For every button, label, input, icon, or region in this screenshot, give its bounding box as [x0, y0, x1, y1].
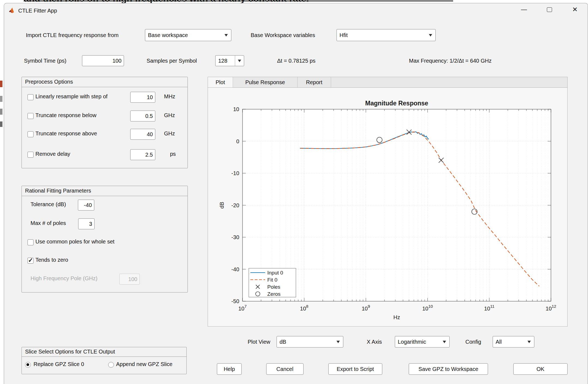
import-source-label: Import CTLE frequency response from — [26, 29, 119, 41]
tab-pulse-response[interactable]: Pulse Response — [233, 77, 298, 87]
workspace-variable-dropdown[interactable]: Hfit — [337, 29, 436, 41]
chevron-down-icon — [443, 341, 446, 343]
remove-delay-input[interactable] — [130, 149, 155, 160]
symbol-time-input[interactable] — [82, 55, 124, 66]
resample-unit-label: MHz — [164, 93, 175, 100]
truncate-below-label: Truncate response below — [35, 112, 96, 118]
svg-text:-30: -30 — [231, 234, 239, 240]
window-title: CTLE Fitter App — [18, 8, 57, 14]
x-axis-dropdown[interactable]: Logarithmic — [395, 336, 450, 348]
tolerance-input[interactable] — [78, 200, 94, 211]
hf-pole-input — [119, 274, 140, 285]
tends-to-zero-checkbox[interactable] — [28, 258, 34, 264]
rational-fitting-panel: Rational Fitting Parameters Tolerance (d… — [22, 186, 188, 292]
cancel-button[interactable]: Cancel — [266, 363, 304, 375]
svg-text:-40: -40 — [231, 266, 239, 272]
truncate-below-input[interactable] — [130, 111, 155, 121]
truncate-above-checkbox[interactable] — [28, 131, 34, 137]
max-poles-input[interactable] — [78, 218, 95, 229]
truncate-above-label: Truncate response above — [35, 130, 97, 137]
dropdown-arrow-zone[interactable] — [235, 56, 244, 66]
tab-plot[interactable]: Plot — [208, 77, 233, 87]
truncate-below-unit-label: GHz — [164, 112, 175, 118]
x-axis-label: X Axis — [367, 336, 382, 348]
config-dropdown[interactable]: All — [493, 336, 534, 348]
tolerance-label: Tolerance (dB) — [31, 201, 66, 208]
common-poles-label: Use common poles for whole set — [35, 239, 114, 245]
svg-text:Fit 0: Fit 0 — [267, 277, 277, 283]
samples-per-symbol-dropdown[interactable]: 128 — [215, 55, 244, 66]
preprocess-options-title: Preprocess Options — [22, 77, 187, 87]
chevron-down-icon — [225, 34, 228, 36]
svg-text:10: 10 — [233, 106, 239, 112]
svg-text:Input 0: Input 0 — [267, 270, 283, 276]
samples-per-symbol-value: 128 — [218, 58, 227, 64]
slice-select-panel: Slice Select Options for CTLE Output Rep… — [22, 347, 187, 374]
append-gpz-radio[interactable] — [108, 362, 114, 368]
ctle-fitter-app-window: CTLE Fitter App — ✕ Import CTLE frequenc… — [4, 3, 588, 384]
replace-gpz-label: Replace GPZ Slice 0 — [34, 361, 84, 367]
export-to-script-button[interactable]: Export to Script — [328, 363, 382, 375]
workspace-variables-label: Base Workspace variables — [251, 29, 315, 41]
svg-text:108: 108 — [300, 304, 308, 312]
screen: and then rolls off to high frequencies w… — [0, 0, 588, 384]
plot-view-value: dB — [280, 339, 286, 345]
max-frequency-readout: Max Frequency: 1/2/Δt = 640 GHz — [409, 55, 492, 66]
delta-t-readout: Δt = 0.78125 ps — [277, 55, 316, 66]
svg-text:1010: 1010 — [422, 304, 433, 312]
plot-tab-bar: Plot Pulse Response Report — [208, 77, 568, 88]
resample-step-input[interactable] — [130, 92, 155, 103]
hf-pole-label: High Frequency Pole (GHz) — [31, 275, 98, 282]
close-button[interactable]: ✕ — [566, 3, 584, 16]
svg-text:1011: 1011 — [484, 304, 495, 312]
svg-text:0: 0 — [236, 138, 239, 144]
remove-delay-unit-label: ps — [170, 151, 176, 157]
chevron-down-icon — [528, 341, 531, 343]
svg-text:dB: dB — [219, 202, 225, 208]
plot-view-dropdown[interactable]: dB — [277, 336, 343, 348]
svg-text:Hz: Hz — [393, 314, 400, 320]
remove-delay-checkbox[interactable] — [28, 152, 34, 158]
common-poles-checkbox[interactable] — [28, 239, 34, 245]
import-source-dropdown[interactable]: Base workspace — [145, 29, 231, 41]
chevron-down-icon — [238, 60, 241, 62]
svg-text:107: 107 — [238, 304, 247, 312]
minimize-button[interactable]: — — [515, 3, 533, 16]
import-source-value: Base workspace — [148, 32, 188, 38]
title-bar: CTLE Fitter App — ✕ — [4, 3, 588, 17]
ok-button[interactable]: OK — [513, 363, 568, 375]
background-icon-fragment — [0, 81, 2, 87]
rational-fitting-title: Rational Fitting Parameters — [22, 186, 187, 196]
truncate-above-input[interactable] — [130, 129, 155, 140]
svg-text:Poles: Poles — [267, 284, 280, 290]
resample-checkbox[interactable] — [28, 94, 34, 100]
chevron-down-icon — [429, 34, 432, 36]
plot-view-label: Plot View — [248, 336, 270, 348]
svg-text:109: 109 — [362, 304, 370, 312]
magnitude-response-chart: Magnitude Response100-10-20-30-40-501071… — [208, 88, 567, 326]
svg-text:Magnitude Response: Magnitude Response — [365, 100, 428, 107]
replace-gpz-radio[interactable] — [25, 362, 31, 368]
append-gpz-label: Append new GPZ Slice — [116, 361, 172, 367]
svg-text:1012: 1012 — [546, 304, 556, 312]
max-poles-label: Max # of poles — [31, 220, 66, 226]
tab-report[interactable]: Report — [298, 77, 331, 87]
x-axis-value: Logarithmic — [398, 339, 426, 345]
truncate-above-unit-label: GHz — [164, 130, 175, 137]
symbol-time-label: Symbol Time (ps) — [24, 55, 66, 66]
background-icon-fragment — [0, 121, 2, 127]
preprocess-options-panel: Preprocess Options Linearly resample wit… — [22, 77, 188, 168]
maximize-icon — [547, 7, 552, 12]
truncate-below-checkbox[interactable] — [28, 113, 34, 119]
save-gpz-button[interactable]: Save GPZ to Workspace — [409, 363, 488, 375]
background-strike-line — [24, 1, 453, 1]
remove-delay-label: Remove delay — [35, 151, 70, 157]
maximize-button[interactable] — [540, 3, 559, 16]
plot-panel: Magnitude Response100-10-20-30-40-501071… — [208, 87, 568, 327]
svg-text:-20: -20 — [231, 202, 239, 208]
help-button[interactable]: Help — [217, 363, 242, 375]
samples-per-symbol-label: Samples per Symbol — [147, 55, 197, 66]
svg-text:-50: -50 — [231, 298, 239, 304]
svg-text:Zeros: Zeros — [267, 291, 281, 297]
config-value: All — [496, 339, 502, 345]
